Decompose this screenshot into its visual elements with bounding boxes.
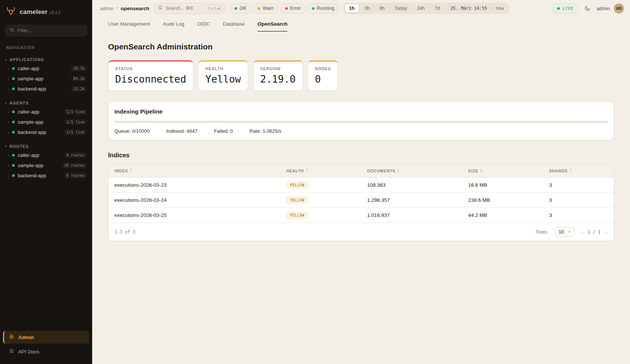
stat-card-version: VERSION 2.19.0 — [253, 60, 303, 91]
column-header-size[interactable]: SIZE — [462, 164, 543, 178]
stat-label: NODES — [315, 66, 331, 71]
dark-mode-toggle[interactable] — [582, 3, 593, 14]
chevron-down-icon: ▾ — [5, 101, 7, 105]
time-range-1h[interactable]: 1h — [344, 4, 359, 13]
filter-chip-running[interactable]: Running — [307, 3, 339, 14]
item-badge: 4 routes — [64, 152, 87, 158]
chevron-down-icon: ▾ — [568, 230, 570, 233]
chip-label: Error — [290, 6, 301, 11]
sidebar-item-agents-caller-app[interactable]: › caller-app 1/1 live — [0, 107, 92, 117]
status-dot-icon — [12, 154, 15, 157]
item-badge: 1/1 live — [64, 129, 87, 135]
item-label: backend-app — [18, 173, 46, 178]
next-page-button[interactable]: › — [604, 229, 608, 235]
status-dot-icon — [12, 67, 15, 70]
item-label: caller-app — [18, 66, 39, 71]
sidebar-filter[interactable] — [5, 25, 87, 36]
avatar[interactable]: AD — [614, 3, 624, 14]
chip-label: OK — [239, 6, 246, 11]
sidebar-item-applications-caller-app[interactable]: › caller-app 10.7k — [0, 63, 92, 74]
filter-chip-ok[interactable]: OK — [230, 3, 251, 14]
item-badge: 16 routes — [62, 163, 87, 168]
rows-per-page-select[interactable]: 10 ▾ — [554, 227, 574, 237]
item-badge: 1/1 live — [64, 119, 87, 125]
cameleer-logo-icon — [6, 6, 16, 17]
tab-oidc[interactable]: OIDC — [197, 21, 210, 32]
item-label: caller-app — [18, 109, 39, 115]
filter-chip-warn[interactable]: Warn — [253, 3, 278, 14]
chevron-right-icon: › — [8, 110, 9, 114]
tab-audit-log[interactable]: Audit Log — [163, 21, 184, 32]
item-label: sample-app — [18, 76, 43, 81]
sidebar-item-api-docs[interactable]: API Docs — [3, 345, 89, 358]
search-icon — [158, 5, 163, 12]
item-badge: 10.7k — [71, 66, 87, 71]
tab-database[interactable]: Database — [223, 21, 245, 32]
cell-size: 16.8 MB — [462, 178, 543, 193]
live-toggle[interactable]: LIVE — [553, 3, 578, 14]
chevron-right-icon: › — [8, 120, 9, 124]
column-header-shards[interactable]: SHARDS — [543, 164, 614, 178]
sidebar-item-routes-sample-app[interactable]: › sample-app 16 routes — [0, 160, 92, 170]
breadcrumb-admin[interactable]: admin — [100, 6, 114, 11]
admin-label: Admin — [18, 335, 34, 340]
time-range-7d[interactable]: 7d — [430, 4, 445, 13]
time-range-3h[interactable]: 3h — [360, 4, 374, 13]
running-dot-icon — [312, 7, 315, 10]
status-dot-icon — [12, 164, 15, 167]
breadcrumb-opensearch[interactable]: opensearch — [121, 6, 150, 11]
warn-dot-icon — [258, 7, 260, 10]
table-header-row: INDEX HEALTH DOCUMENTS SIZE SHARDS — [108, 164, 614, 178]
chip-label: Running — [317, 6, 335, 11]
sidebar-item-admin[interactable]: Admin — [3, 331, 89, 344]
time-display: 25. März 14:55 — now — [445, 6, 508, 11]
sort-icon — [397, 169, 400, 173]
cell-size: 238.6 MB — [462, 193, 543, 208]
cell-health: YELLOW — [280, 193, 361, 208]
table-row: executions-2026-03-25 YELLOW 1.016.937 4… — [108, 208, 614, 223]
column-header-health[interactable]: HEALTH — [280, 164, 361, 178]
stat-value: 0 — [315, 74, 331, 85]
time-range-24h[interactable]: 24h — [412, 4, 429, 13]
sidebar-item-applications-backend-app[interactable]: › backend-app 32.2k — [0, 84, 92, 94]
stat-card-nodes: NODES 0 — [308, 60, 338, 91]
health-badge: YELLOW — [286, 197, 308, 203]
tab-user-management[interactable]: User Management — [108, 21, 150, 32]
time-range-6h[interactable]: 6h — [375, 4, 389, 13]
sidebar-item-routes-caller-app[interactable]: › caller-app 4 routes — [0, 150, 92, 160]
chevron-down-icon: ▾ — [5, 145, 7, 148]
sidebar-item-applications-sample-app[interactable]: › sample-app 84.1k — [0, 74, 92, 84]
live-dot-icon — [557, 7, 560, 10]
app-version: v3.2.1 — [49, 10, 61, 15]
section-label: ROUTES — [9, 144, 29, 149]
chevron-down-icon: ▾ — [5, 58, 7, 61]
stat-value: Yellow — [205, 74, 241, 85]
cell-shards: 3 — [543, 193, 614, 208]
section-header-routes[interactable]: ▾ ROUTES — [0, 143, 92, 150]
filter-chip-error[interactable]: Error — [281, 3, 305, 14]
stat-label: VERSION — [260, 66, 296, 71]
sidebar-item-agents-backend-app[interactable]: › backend-app 1/1 live — [0, 127, 92, 137]
indices-table-panel: INDEX HEALTH DOCUMENTS SIZE SHARDS execu… — [108, 164, 614, 241]
chevron-right-icon: › — [8, 163, 9, 168]
section-label: AGENTS — [9, 101, 29, 105]
filter-input[interactable] — [17, 28, 83, 33]
sidebar-item-agents-sample-app[interactable]: › sample-app 1/1 live — [0, 117, 92, 127]
search-input[interactable] — [165, 6, 203, 11]
status-dot-icon — [12, 174, 15, 177]
time-range-today[interactable]: Today — [390, 4, 412, 13]
column-header-documents[interactable]: DOCUMENTS — [361, 164, 462, 178]
section-header-agents[interactable]: ▾ AGENTS — [0, 99, 92, 107]
sidebar-item-routes-backend-app[interactable]: › backend-app 6 routes — [0, 170, 92, 181]
sidebar: cameleerv3.2.1 NAVIGATION ▾ APPLICATIONS… — [0, 0, 92, 364]
tab-opensearch[interactable]: OpenSearch — [258, 21, 288, 32]
section-applications: ▾ APPLICATIONS › caller-app 10.7k › samp… — [0, 56, 92, 94]
main-area: admin / opensearch Ctrl+K OK Warn — [92, 0, 630, 364]
indexing-pipeline-panel: Indexing Pipeline Queue: 0/10000 Indexed… — [108, 101, 614, 140]
page-indicator: 1 / 1 — [587, 229, 601, 235]
prev-page-button[interactable]: ‹ — [580, 229, 584, 235]
global-search[interactable]: Ctrl+K — [154, 3, 225, 14]
column-header-index[interactable]: INDEX — [108, 164, 280, 178]
section-header-applications[interactable]: ▾ APPLICATIONS — [0, 56, 92, 63]
pipeline-progress-bar — [114, 121, 608, 123]
